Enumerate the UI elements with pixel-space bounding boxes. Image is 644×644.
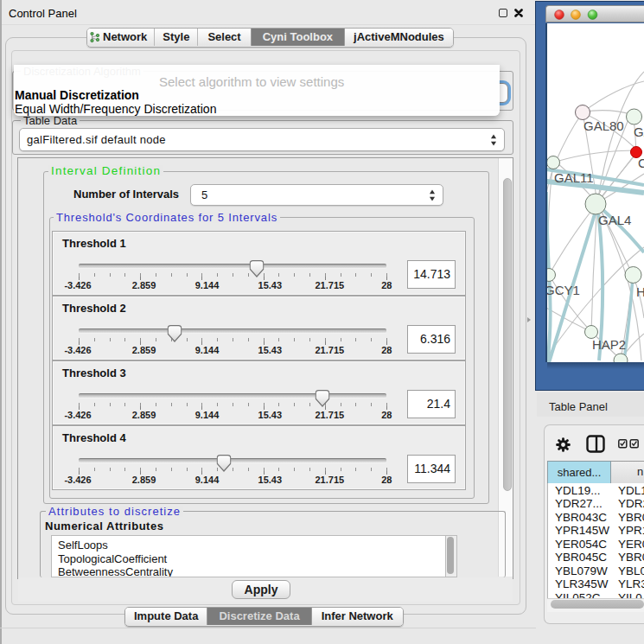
svg-text:GAL4: GAL4 [598,213,631,227]
svg-text:C: C [638,156,644,170]
svg-text:H: H [636,284,644,299]
svg-text:HAP2: HAP2 [592,337,626,352]
svg-text:GAL11: GAL11 [554,170,594,185]
svg-text:GCY1: GCY1 [547,283,580,297]
svg-text:GA: GA [634,124,644,139]
svg-text:GAL80: GAL80 [583,118,624,133]
